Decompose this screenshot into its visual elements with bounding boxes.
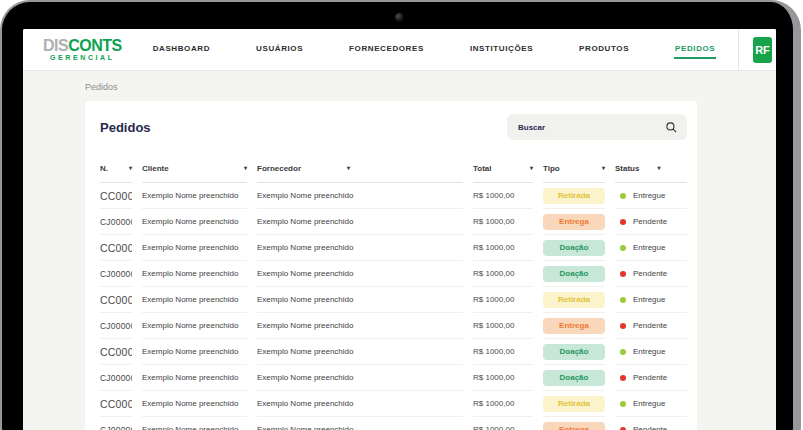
column-label: Fornecedor: [257, 164, 301, 173]
nav-item-pedidos[interactable]: PEDIDOS: [652, 29, 738, 70]
cell-cliente: Exemplo Nome preenchido: [142, 183, 247, 209]
cell-numero: CJ00000: [100, 313, 132, 339]
sort-caret-icon[interactable]: ▾: [347, 164, 350, 173]
nav-item-label: DASHBOARD: [152, 40, 211, 59]
table-row[interactable]: CC00000Exemplo Nome preenchidoExemplo No…: [100, 339, 687, 365]
cell-tipo: Entrega: [543, 209, 605, 235]
user-box: RF Rafael Fernandes SAIR: [738, 29, 776, 70]
card-header: Pedidos: [100, 114, 687, 140]
cell-total: R$ 1000,00: [473, 261, 533, 287]
tipo-badge: Doação: [543, 240, 605, 256]
page-title: Pedidos: [100, 120, 151, 135]
cell-status: Entregue: [615, 287, 687, 313]
cell-numero: CC00000: [100, 183, 132, 209]
table-row[interactable]: CC00000Exemplo Nome preenchidoExemplo No…: [100, 235, 687, 261]
user-avatar[interactable]: RF: [753, 37, 771, 63]
column-label: Tipo: [543, 164, 560, 173]
sort-caret-icon[interactable]: ▾: [657, 164, 660, 173]
logo-suffix: CONTS: [68, 37, 122, 54]
webcam-icon: [395, 13, 404, 22]
sort-caret-icon[interactable]: ▾: [602, 164, 605, 173]
table-row[interactable]: CJ00000Exemplo Nome preenchidoExemplo No…: [100, 417, 687, 430]
laptop-frame: DISCONTS GERENCIAL DASHBOARDUSUÁRIOSFORN…: [0, 0, 801, 430]
tipo-badge: Doação: [543, 344, 605, 360]
cell-cliente: Exemplo Nome preenchido: [142, 287, 247, 313]
cell-fornecedor: Exemplo Nome preenchido: [257, 339, 463, 365]
nav-item-fornecedores[interactable]: FORNECEDORES: [326, 29, 447, 70]
logo-subtitle: GERENCIAL: [43, 54, 122, 61]
table-row[interactable]: CJ00000Exemplo Nome preenchidoExemplo No…: [100, 313, 687, 339]
top-navbar: DISCONTS GERENCIAL DASHBOARDUSUÁRIOSFORN…: [23, 29, 776, 71]
cell-cliente: Exemplo Nome preenchido: [142, 313, 247, 339]
status-dot-icon: [620, 427, 626, 430]
cell-total: R$ 1000,00: [473, 209, 533, 235]
status-label: Entregue: [633, 399, 665, 408]
cell-status: Entregue: [615, 235, 687, 261]
nav-item-usuarios[interactable]: USUÁRIOS: [233, 29, 326, 70]
logo-prefix: DIS: [43, 37, 68, 54]
table-row[interactable]: CC00000Exemplo Nome preenchidoExemplo No…: [100, 183, 687, 209]
column-header-cliente: Cliente▾: [142, 164, 247, 183]
sort-caret-icon[interactable]: ▾: [530, 164, 533, 173]
table-row[interactable]: CJ00000Exemplo Nome preenchidoExemplo No…: [100, 209, 687, 235]
app-screen: DISCONTS GERENCIAL DASHBOARDUSUÁRIOSFORN…: [23, 29, 776, 430]
cell-cliente: Exemplo Nome preenchido: [142, 339, 247, 365]
order-number: CC00000: [100, 346, 132, 358]
column-header-fornecedor: Fornecedor▾: [257, 164, 463, 183]
cell-cliente: Exemplo Nome preenchido: [142, 235, 247, 261]
pedidos-table: N.▾Cliente▾Fornecedor▾Total▾Tipo▾Status▾…: [100, 164, 687, 430]
tipo-badge: Entrega: [543, 318, 605, 334]
order-number: CJ00000: [100, 425, 132, 430]
cell-tipo: Entrega: [543, 417, 605, 430]
cell-status: Pendente: [615, 209, 687, 235]
cell-fornecedor: Exemplo Nome preenchido: [257, 183, 463, 209]
cell-status: Entregue: [615, 391, 687, 417]
table-row[interactable]: CC00000Exemplo Nome preenchidoExemplo No…: [100, 287, 687, 313]
cell-cliente: Exemplo Nome preenchido: [142, 365, 247, 391]
order-number: CC00000: [100, 190, 132, 202]
cell-numero: CJ00000: [100, 209, 132, 235]
cell-tipo: Doação: [543, 261, 605, 287]
order-number: CC00000: [100, 294, 132, 306]
cell-total: R$ 1000,00: [473, 365, 533, 391]
sort-caret-icon[interactable]: ▾: [129, 164, 132, 173]
table-row[interactable]: CJ00000Exemplo Nome preenchidoExemplo No…: [100, 261, 687, 287]
cell-total: R$ 1000,00: [473, 235, 533, 261]
cell-numero: CC00000: [100, 391, 132, 417]
nav-item-dashboard[interactable]: DASHBOARD: [130, 29, 233, 70]
status-dot-icon: [620, 375, 626, 381]
nav-item-label: PEDIDOS: [674, 40, 716, 59]
pedidos-card: Pedidos N.▾Cliente▾Fornecedor▾Total▾Tipo…: [85, 101, 697, 430]
cell-tipo: Retirada: [543, 183, 605, 209]
cell-fornecedor: Exemplo Nome preenchido: [257, 365, 463, 391]
table-body: CC00000Exemplo Nome preenchidoExemplo No…: [100, 183, 687, 430]
status-dot-icon: [620, 401, 626, 407]
cell-fornecedor: Exemplo Nome preenchido: [257, 391, 463, 417]
cell-tipo: Doação: [543, 235, 605, 261]
cell-status: Pendente: [615, 261, 687, 287]
cell-tipo: Doação: [543, 339, 605, 365]
sort-caret-icon[interactable]: ▾: [244, 164, 247, 173]
search-input[interactable]: [518, 123, 665, 132]
status-dot-icon: [620, 245, 626, 251]
status-dot-icon: [620, 193, 626, 199]
nav-item-produtos[interactable]: PRODUTOS: [556, 29, 652, 70]
status-label: Pendente: [633, 269, 667, 278]
column-label: Status: [615, 164, 639, 173]
search-icon[interactable]: [665, 121, 678, 134]
search-box: [507, 114, 687, 140]
status-label: Pendente: [633, 425, 667, 430]
nav-item-instituicoes[interactable]: INSTITUIÇÕES: [447, 29, 556, 70]
cell-status: Pendente: [615, 417, 687, 430]
column-header-n: N.▾: [100, 164, 132, 183]
table-row[interactable]: CC00000Exemplo Nome preenchidoExemplo No…: [100, 391, 687, 417]
tipo-badge: Entrega: [543, 422, 605, 430]
nav-item-label: INSTITUIÇÕES: [469, 40, 534, 59]
cell-fornecedor: Exemplo Nome preenchido: [257, 209, 463, 235]
order-number: CJ00000: [100, 373, 132, 383]
cell-total: R$ 1000,00: [473, 183, 533, 209]
status-dot-icon: [620, 297, 626, 303]
table-row[interactable]: CJ00000Exemplo Nome preenchidoExemplo No…: [100, 365, 687, 391]
status-dot-icon: [620, 323, 626, 329]
cell-fornecedor: Exemplo Nome preenchido: [257, 287, 463, 313]
